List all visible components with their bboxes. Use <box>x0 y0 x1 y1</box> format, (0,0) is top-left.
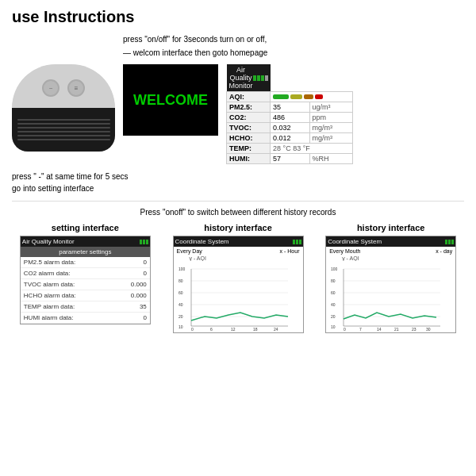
history1-screen: Coordinate System Every Day x - Hour y -… <box>173 236 304 333</box>
tvoc-value: 0.032 <box>271 123 309 133</box>
svg-text:0: 0 <box>344 327 346 332</box>
setting-humi-val: 0 <box>143 314 146 321</box>
svg-text:7: 7 <box>359 327 362 332</box>
history2-title: Coordinate System <box>328 238 382 245</box>
svg-text:14: 14 <box>377 327 382 332</box>
aq-monitor-table: Air Quality Monitor AQI: <box>226 64 353 164</box>
h2-ylabel: y - AQI <box>326 255 455 261</box>
svg-text:60: 60 <box>331 290 336 295</box>
setting-pm25-val: 0 <box>143 259 146 266</box>
history2-screen: Coordinate System Every Mouth x - day y … <box>325 236 456 333</box>
setting-co2-val: 0 <box>143 270 146 277</box>
device-button-1: ~ <box>42 79 60 97</box>
aqi-label: AQI: <box>227 92 271 102</box>
setting-screen: Air Quality Monitor parameter settings P… <box>20 236 151 324</box>
setting-tvoc-label: TVOC alarm data: <box>24 281 75 288</box>
svg-text:30: 30 <box>426 327 431 332</box>
setting-hcho-label: HCHO alarm data: <box>24 292 76 299</box>
co2-label: CO2: <box>227 113 271 123</box>
setting-battery <box>140 240 148 244</box>
svg-text:23: 23 <box>412 327 416 332</box>
pm25-unit: ug/m³ <box>309 102 353 113</box>
temp-value: 28 °C 83 °F <box>271 144 353 154</box>
svg-text:10: 10 <box>331 324 336 329</box>
hcho-value: 0.012 <box>271 133 309 144</box>
svg-text:40: 40 <box>178 302 183 307</box>
page-title: use Instructions <box>12 8 464 26</box>
history2-panel-title: history interface <box>357 223 425 232</box>
history1-title: Coordinate System <box>175 238 229 245</box>
instruction-line2: — welcom interface then goto homepage <box>123 46 464 60</box>
svg-text:20: 20 <box>178 314 183 319</box>
history2-panel: history interface Coordinate System Ever… <box>317 223 464 333</box>
page: use Instructions press "on/off" for 3sec… <box>0 0 476 476</box>
temp-label: TEMP: <box>227 144 271 154</box>
welcome-text: WELCOME <box>133 92 208 109</box>
h1-xlabel: x - Hour <box>280 248 300 254</box>
welcome-screen: WELCOME <box>123 64 218 136</box>
setting-panel: setting interface Air Quality Monitor pa… <box>12 223 159 333</box>
vent-lines <box>17 119 110 140</box>
pm25-label: PM2.5: <box>227 102 271 113</box>
device-image: ~ ≡ <box>12 64 115 152</box>
hcho-unit: mg/m³ <box>309 133 353 144</box>
setting-humi-label: HUMI alarm data: <box>24 314 74 321</box>
svg-text:40: 40 <box>331 302 336 307</box>
aqi-bar-cell <box>271 92 353 102</box>
svg-text:24: 24 <box>274 327 278 332</box>
battery-indicator <box>253 75 268 81</box>
bottom-note: Press "onoff" to switch between differen… <box>12 208 464 217</box>
tvoc-label: TVOC: <box>227 123 271 133</box>
svg-text:0: 0 <box>191 327 194 332</box>
setting-subheader: parameter settings <box>21 247 150 257</box>
h2-period: Every Mouth <box>329 248 360 254</box>
bottom-panels: setting interface Air Quality Monitor pa… <box>12 223 464 333</box>
svg-text:60: 60 <box>178 290 183 295</box>
history1-chart: 100 80 60 40 20 10 0 6 12 18 24 <box>174 261 303 332</box>
press-line2: go into setting interface <box>12 182 464 194</box>
h2-xlabel: x - day <box>436 248 452 254</box>
humi-unit: %RH <box>309 154 353 164</box>
aq-table-title: Air Quality Monitor <box>229 66 253 90</box>
history1-panel: history interface Coordinate System Ever… <box>165 223 312 333</box>
setting-tvoc-val: 0.000 <box>131 281 147 288</box>
press-note: press " -" at same time for 5 secs go in… <box>12 171 464 194</box>
co2-unit: ppm <box>309 113 353 123</box>
setting-panel-title: setting interface <box>52 223 119 232</box>
svg-text:6: 6 <box>210 327 213 332</box>
history1-panel-title: history interface <box>204 223 272 232</box>
pm25-value: 35 <box>271 102 309 113</box>
svg-text:20: 20 <box>331 314 336 319</box>
svg-text:12: 12 <box>231 327 236 332</box>
svg-text:80: 80 <box>331 278 336 283</box>
instruction-line1: press "on/off" for 3seconds turn on or o… <box>123 33 464 46</box>
svg-text:100: 100 <box>178 267 186 271</box>
h1-battery <box>293 240 301 244</box>
svg-text:21: 21 <box>394 327 399 332</box>
history2-chart: 100 80 60 40 20 10 0 7 14 21 23 30 <box>326 261 455 332</box>
humi-label: HUMI: <box>227 154 271 164</box>
setting-pm25-label: PM2.5 alarm data: <box>24 259 75 266</box>
humi-value: 57 <box>271 154 309 164</box>
setting-co2-label: CO2 alarm data: <box>24 270 71 277</box>
co2-value: 486 <box>271 113 309 123</box>
hcho-label: HCHO: <box>227 133 271 144</box>
press-line1: press " -" at same time for 5 secs <box>12 171 464 182</box>
h1-period: Every Day <box>177 248 202 254</box>
device-button-2: ≡ <box>67 79 85 97</box>
setting-temp-label: TEMP alarm data: <box>24 303 75 310</box>
svg-text:80: 80 <box>178 278 183 283</box>
setting-hcho-val: 0.000 <box>131 292 147 299</box>
svg-text:18: 18 <box>253 327 258 332</box>
svg-text:100: 100 <box>331 267 338 271</box>
setting-temp-val: 35 <box>140 303 147 310</box>
tvoc-unit: mg/m³ <box>309 123 353 133</box>
setting-screen-title: Air Quality Monitor <box>22 238 75 245</box>
svg-text:10: 10 <box>178 324 183 329</box>
h2-battery <box>445 240 454 244</box>
section-divider <box>12 201 464 202</box>
h1-ylabel: y - AQI <box>174 255 303 261</box>
